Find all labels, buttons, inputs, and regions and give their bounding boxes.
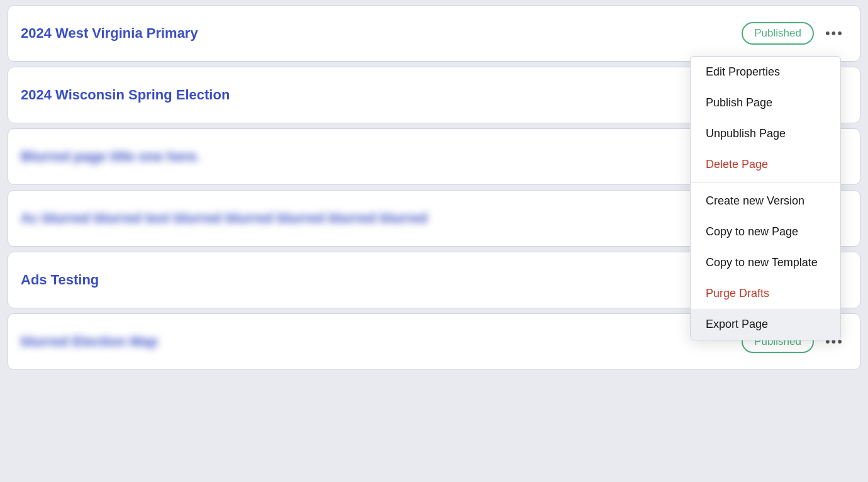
menu-item-export-page[interactable]: Export Page	[691, 309, 840, 340]
page-title-ads-testing[interactable]: Ads Testing	[21, 272, 99, 288]
page-item-right-west-virginia: Published •••	[742, 22, 847, 45]
more-button-west-virginia[interactable]: •••	[821, 23, 847, 44]
page-item-west-virginia: 2024 West Virginia Primary Published •••…	[8, 5, 860, 62]
menu-divider-1	[691, 182, 840, 183]
menu-item-delete-page[interactable]: Delete Page	[691, 149, 840, 180]
page-title-election-map[interactable]: blurred Election Map	[21, 333, 158, 350]
menu-item-copy-to-new-template[interactable]: Copy to new Template	[691, 247, 840, 278]
menu-item-edit-properties[interactable]: Edit Properties	[691, 57, 840, 87]
published-badge-west-virginia: Published	[742, 22, 814, 45]
menu-item-copy-to-new-page[interactable]: Copy to new Page	[691, 216, 840, 247]
page-title-blurred-2[interactable]: Ac blurred blurred text blurred blurred …	[21, 210, 428, 227]
page-title-west-virginia[interactable]: 2024 West Virginia Primary	[21, 25, 198, 42]
menu-item-create-new-version[interactable]: Create new Version	[691, 186, 840, 216]
menu-item-publish-page[interactable]: Publish Page	[691, 87, 840, 118]
menu-item-purge-drafts[interactable]: Purge Drafts	[691, 278, 840, 309]
page-list: 2024 West Virginia Primary Published •••…	[0, 5, 868, 370]
page-title-wisconsin[interactable]: 2024 Wisconsin Spring Election	[21, 87, 230, 103]
context-menu: Edit Properties Publish Page Unpublish P…	[690, 56, 841, 340]
menu-item-unpublish-page[interactable]: Unpublish Page	[691, 118, 840, 149]
page-title-blurred-1[interactable]: Blurred page title one here.	[21, 149, 200, 165]
